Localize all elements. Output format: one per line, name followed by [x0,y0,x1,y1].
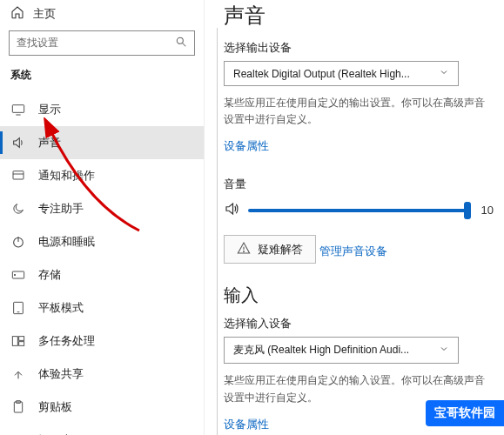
category-label: 系统 [0,64,204,84]
sidebar-item-label: 专注助手 [38,201,84,217]
svg-rect-12 [12,337,17,346]
sidebar-item-label: 体验共享 [38,366,84,382]
warning-icon [237,241,251,258]
svg-line-1 [183,44,186,47]
sidebar-item-tablet[interactable]: 平板模式 [0,291,204,325]
nav-list: 显示 声音 通知和操作 专注助手 电源和睡眠 存储 [0,93,204,435]
tablet-icon [10,301,26,315]
sidebar-item-focus[interactable]: 专注助手 [0,192,204,225]
home-button[interactable]: 主页 [0,0,204,30]
input-device-properties-link[interactable]: 设备属性 [224,417,269,432]
home-label: 主页 [33,6,56,22]
svg-rect-14 [19,342,24,346]
sidebar-item-display[interactable]: 显示 [0,93,204,126]
output-device-label: 选择输出设备 [224,40,494,56]
output-device-properties-link[interactable]: 设备属性 [224,138,269,154]
output-device-select[interactable]: Realtek Digital Output (Realtek High... [224,61,459,86]
svg-rect-4 [13,171,24,179]
slider-thumb[interactable] [464,202,471,219]
watermark: 宝哥软件园 [426,400,504,426]
display-icon [10,104,26,116]
input-device-select[interactable]: 麦克风 (Realtek High Definition Audi... [224,337,459,364]
chevron-down-icon [439,344,449,357]
clipboard-icon [10,400,26,414]
svg-point-9 [14,274,15,275]
output-device-value: Realtek Digital Output (Realtek High... [233,68,410,80]
sidebar-item-sound[interactable]: 声音 [0,126,204,159]
sidebar-item-power[interactable]: 电源和睡眠 [0,225,204,258]
svg-rect-2 [12,105,24,113]
search-input[interactable]: 查找设置 [9,30,195,56]
sidebar-item-label: 多任务处理 [38,333,95,349]
manage-sound-devices-link[interactable]: 管理声音设备 [319,244,387,259]
sidebar-item-label: 平板模式 [38,300,84,316]
sidebar: 主页 查找设置 系统 显示 声音 通知和操作 [0,0,205,435]
sidebar-item-share[interactable]: 体验共享 [0,358,204,391]
chevron-down-icon [439,67,449,80]
sidebar-item-label: 通知和操作 [38,168,95,184]
volume-label: 音量 [224,177,494,192]
notification-icon [10,169,26,183]
power-icon [10,235,26,249]
sound-icon [10,136,26,150]
input-device-value: 麦克风 (Realtek High Definition Audi... [233,343,409,358]
input-heading: 输入 [224,284,494,307]
content-area: 声音 选择输出设备 Realtek Digital Output (Realte… [205,0,504,435]
multitask-icon [10,335,26,347]
sidebar-item-label: 声音 [38,135,61,151]
sidebar-item-multitask[interactable]: 多任务处理 [0,325,204,358]
svg-point-18 [244,251,245,252]
storage-icon [10,269,26,281]
speaker-icon [224,201,239,219]
input-device-label: 选择输入设备 [224,316,494,331]
sidebar-item-storage[interactable]: 存储 [0,258,204,291]
svg-rect-13 [19,337,24,341]
page-title: 声音 [224,2,494,30]
volume-value: 10 [481,204,494,217]
search-placeholder: 查找设置 [17,36,58,50]
output-note: 某些应用正在使用自定义的输出设置。你可以在高级声音设置中进行自定义。 [224,95,494,128]
moon-icon [10,202,26,216]
volume-slider[interactable] [248,209,467,212]
sidebar-item-label: 存储 [38,267,61,283]
sidebar-item-label: 显示 [38,102,61,117]
sidebar-item-clipboard[interactable]: 剪贴板 [0,391,204,424]
share-icon [10,367,26,381]
output-troubleshoot-button[interactable]: 疑难解答 [224,235,316,264]
home-icon [10,5,24,22]
sidebar-item-notifications[interactable]: 通知和操作 [0,159,204,192]
sidebar-item-label: 电源和睡眠 [38,234,95,250]
search-icon [175,36,187,50]
sidebar-item-remote[interactable]: 远程桌面 [0,424,204,435]
sidebar-item-label: 剪贴板 [38,399,72,415]
svg-point-0 [177,37,183,44]
